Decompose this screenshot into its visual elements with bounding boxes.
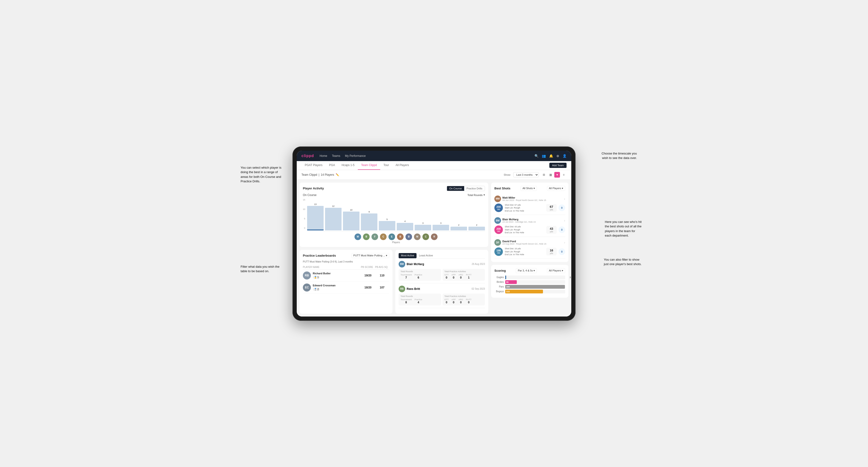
stats-block-practice-1: Total Practice Activities GTT 0 APP [442, 269, 485, 281]
bar-label-2: 10 [350, 209, 352, 211]
y-5: 5 [303, 217, 305, 220]
annotation-top-right: Choose the timescale you wish to see the… [601, 151, 637, 160]
bar-group-9: 2 [468, 224, 485, 230]
bar-chart-wrapper: 15 10 5 0 1312109543322 MBFCEBBMCR Playe [303, 198, 485, 244]
bar-label-9: 2 [476, 224, 477, 226]
account-icon[interactable]: 👤 [563, 154, 566, 158]
scoring-card: Scoring Par 3, 4 & 5s ▾ All Players ▾ [491, 265, 568, 298]
team-controls: Show: Last 3 months Last 6 months Last y… [503, 172, 566, 178]
dist-badge-1: 67 yds [546, 204, 557, 212]
leaderboard-row-1: RB Richard Butler 🥇 1 19/20 110 [303, 270, 389, 282]
stat-tournament-1: Tournament 7 [401, 274, 412, 279]
bar-7[interactable] [433, 225, 449, 230]
bar-3[interactable] [361, 214, 377, 230]
shot-details-row-1: 200 SG Shot Dist: 67 yds Start Lie: Roug… [494, 204, 565, 213]
active-date-2: 02 Sep 2023 [471, 287, 485, 290]
scoring-bar-wrap-0: 3 [505, 276, 565, 279]
bar-5[interactable] [397, 223, 413, 230]
all-shots-filter[interactable]: All Shots ▾ [521, 186, 536, 191]
dist-badge-3: 16 yds [546, 248, 557, 255]
scoring-filter-1[interactable]: Par 3, 4 & 5s ▾ [516, 268, 537, 273]
tab-tour[interactable]: Tour [380, 161, 392, 170]
chevron-right-1[interactable]: › [564, 197, 565, 201]
tab-pga[interactable]: PGA [326, 161, 338, 170]
stat-practice-1: Practice 6 [415, 274, 423, 279]
bars-area: 1312109543322 MBFCEBBMCR Players [307, 198, 485, 244]
scoring-label-0: Eagles [494, 276, 504, 279]
on-course-toggle[interactable]: On Course [447, 186, 464, 191]
chart-dropdown[interactable]: Total Rounds ▾ [467, 193, 485, 196]
tab-hcaps[interactable]: Hcaps 1-5 [338, 161, 358, 170]
scoring-filter-2[interactable]: All Players ▾ [547, 268, 565, 273]
avatar-bar-8: C [423, 234, 429, 240]
tab-team-clippd[interactable]: Team Clippd [358, 161, 380, 170]
bar-group-6: 3 [415, 222, 431, 230]
y-0: 0 [303, 227, 305, 229]
bar-9[interactable] [468, 227, 485, 230]
bar-label-4: 5 [386, 218, 388, 220]
stat-arg-1: ARG 0 [459, 274, 463, 279]
bar-4[interactable] [379, 221, 395, 230]
shot-details-row-3: 198 SG Shot Dist: 16 yds Start Lie: Roug… [494, 247, 565, 256]
practice-drills-toggle[interactable]: Practice Drills [464, 186, 485, 191]
shot-player-name-1: Matt Miller [502, 196, 546, 199]
add-circle-icon[interactable]: ⊕ [556, 154, 559, 158]
leaderboard-dropdown[interactable]: PUTT Must Make Putting ... ▾ [351, 253, 389, 258]
player-name-crossman: Edward Crossman [313, 284, 336, 287]
bell-icon[interactable]: 🔔 [549, 154, 553, 158]
bar-6[interactable] [415, 225, 431, 230]
annotation-mid-right: Here you can see who's hit the best shot… [605, 220, 642, 238]
active-name-2: Rees Britt [407, 287, 420, 290]
bar-1[interactable] [325, 208, 342, 230]
bar-0[interactable] [307, 206, 323, 230]
best-shots-header: Best Shots All Shots ▾ All Players ▾ [494, 186, 565, 191]
col-pb-score: PB SCORE [361, 266, 375, 269]
chevron-right-2[interactable]: › [564, 219, 565, 222]
nav-teams[interactable]: Teams [332, 153, 340, 158]
avatar-mcharg: BM [399, 261, 405, 268]
x-axis-label: Players [307, 241, 485, 244]
nav-links: Home Teams My Performance [319, 153, 529, 158]
leaderboard-title: Practice Leaderboards [303, 254, 336, 257]
col-pb-avg: PB AVG SQ [375, 266, 389, 269]
avatar-britt: RB [399, 286, 405, 292]
stats-title-rounds-2: Total Rounds [401, 295, 439, 298]
chevron-right-3[interactable]: › [564, 241, 565, 244]
bar-group-8: 2 [451, 224, 467, 230]
scoring-title: Scoring [494, 269, 506, 272]
grid2-view-icon[interactable]: ▦ [548, 172, 553, 178]
people-icon[interactable]: 👥 [542, 154, 546, 158]
stat-arg-2: ARG 0 [459, 299, 463, 304]
scoring-bar-row-1: Birdies96 [494, 280, 565, 284]
active-player-header-1: BM Blair McHarg 26 Aug 2023 [399, 261, 485, 268]
bar-label-3: 9 [369, 211, 370, 213]
stats-block-rounds-2: Total Rounds Tournament 8 Practice [399, 294, 441, 305]
rank-badge-2: 🥈 2 [313, 288, 320, 291]
tab-pgat-players[interactable]: PGAT Players [302, 161, 326, 170]
show-select[interactable]: Last 3 months Last 6 months Last year [513, 172, 539, 177]
shot-player-sub-2: 23 Jul 2023 · Ashridge GC, Hole 15 [502, 221, 536, 223]
edit-icon[interactable]: ✏️ [336, 173, 339, 177]
all-players-filter[interactable]: All Players ▾ [547, 186, 565, 191]
search-icon[interactable]: 🔍 [534, 154, 538, 158]
nav-home[interactable]: Home [319, 153, 327, 158]
bar-2[interactable] [343, 212, 360, 230]
tab-most-active[interactable]: Most Active [399, 253, 416, 258]
heart-view-icon[interactable]: ♥ [554, 172, 560, 178]
stat-app-2: APP 0 [452, 299, 456, 304]
list-view-icon[interactable]: ≡ [561, 172, 566, 178]
player-info-1: RB Richard Butler 🥇 1 [303, 272, 361, 280]
add-team-button[interactable]: Add Team [549, 163, 566, 168]
nav-my-performance[interactable]: My Performance [345, 153, 366, 158]
shot-badge-2: 200 SG [494, 225, 503, 234]
bottom-row: Practice Leaderboards PUTT Must Make Put… [300, 250, 488, 314]
tab-all-players[interactable]: All Players [392, 161, 412, 170]
grid-view-icon[interactable]: ⊞ [541, 172, 547, 178]
tab-least-active[interactable]: Least Active [416, 253, 435, 258]
scoring-bar-val-3: 315 [506, 290, 510, 293]
shot-badge-1: 200 SG [494, 204, 503, 212]
scoring-bar-fill-0 [505, 276, 506, 279]
bar-8[interactable] [451, 227, 467, 230]
stats-cols-rounds-2: Tournament 8 Practice 4 [401, 299, 439, 304]
most-active-tabs: Most Active Least Active [399, 253, 485, 258]
